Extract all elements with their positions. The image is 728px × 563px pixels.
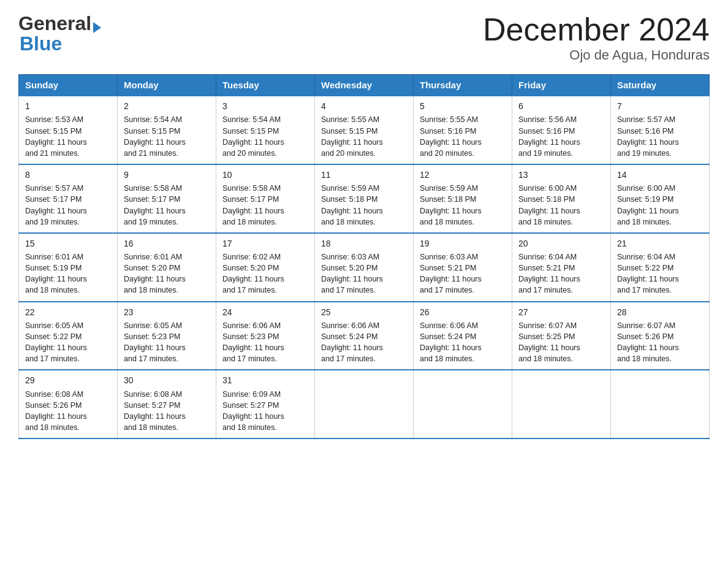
sunrise: Sunrise: 6:07 AM — [518, 321, 577, 330]
sunrise: Sunrise: 6:06 AM — [222, 321, 281, 330]
calendar-week-row: 22Sunrise: 6:05 AMSunset: 5:22 PMDayligh… — [19, 302, 710, 370]
sunset: Sunset: 5:19 PM — [617, 195, 673, 204]
calendar-cell: 4Sunrise: 5:55 AMSunset: 5:15 PMDaylight… — [315, 96, 414, 164]
calendar-cell: 11Sunrise: 5:59 AMSunset: 5:18 PMDayligh… — [315, 164, 414, 233]
calendar-cell: 10Sunrise: 5:58 AMSunset: 5:17 PMDayligh… — [216, 164, 315, 233]
daylight: Daylight: 11 hoursand 17 minutes. — [420, 275, 482, 294]
calendar-cell: 8Sunrise: 5:57 AMSunset: 5:17 PMDaylight… — [19, 164, 118, 233]
calendar-cell: 29Sunrise: 6:08 AMSunset: 5:26 PMDayligh… — [19, 370, 118, 439]
sunset: Sunset: 5:17 PM — [25, 195, 82, 204]
sunrise: Sunrise: 5:57 AM — [25, 184, 83, 193]
calendar-cell: 31Sunrise: 6:09 AMSunset: 5:27 PMDayligh… — [216, 370, 315, 439]
calendar-cell — [512, 370, 611, 439]
calendar-cell — [414, 370, 512, 439]
daylight: Daylight: 11 hoursand 17 minutes. — [222, 275, 284, 294]
sunset: Sunset: 5:20 PM — [321, 264, 377, 272]
day-number: 4 — [321, 100, 407, 112]
day-number: 12 — [420, 169, 506, 181]
day-number: 13 — [518, 169, 604, 181]
day-number: 11 — [321, 169, 407, 181]
sunset: Sunset: 5:16 PM — [617, 127, 673, 136]
sunrise: Sunrise: 5:54 AM — [124, 115, 182, 124]
day-number: 31 — [222, 374, 308, 386]
header-saturday: Saturday — [611, 75, 710, 96]
header-wednesday: Wednesday — [315, 75, 414, 96]
sunset: Sunset: 5:21 PM — [518, 264, 575, 272]
calendar-cell: 2Sunrise: 5:54 AMSunset: 5:15 PMDaylight… — [118, 96, 216, 164]
sunrise: Sunrise: 5:54 AM — [222, 115, 281, 124]
day-number: 3 — [222, 100, 308, 112]
logo-blue: Blue — [20, 33, 62, 55]
sunrise: Sunrise: 6:08 AM — [124, 390, 182, 399]
calendar-cell: 22Sunrise: 6:05 AMSunset: 5:22 PMDayligh… — [19, 302, 118, 370]
header-friday: Friday — [512, 75, 611, 96]
day-number: 27 — [518, 306, 604, 318]
daylight: Daylight: 11 hoursand 19 minutes. — [124, 207, 186, 226]
calendar-cell: 28Sunrise: 6:07 AMSunset: 5:26 PMDayligh… — [611, 302, 710, 370]
daylight: Daylight: 11 hoursand 17 minutes. — [518, 275, 580, 294]
day-number: 24 — [222, 306, 308, 318]
daylight: Daylight: 11 hoursand 19 minutes. — [617, 138, 679, 158]
logo-triangle-icon — [93, 22, 101, 33]
sunrise: Sunrise: 5:58 AM — [222, 184, 281, 193]
daylight: Daylight: 11 hoursand 18 minutes. — [321, 207, 383, 226]
calendar-table: SundayMondayTuesdayWednesdayThursdayFrid… — [18, 74, 710, 439]
sunset: Sunset: 5:22 PM — [25, 332, 82, 341]
daylight: Daylight: 11 hoursand 20 minutes. — [222, 138, 284, 158]
sunset: Sunset: 5:17 PM — [124, 195, 180, 204]
logo-general: General — [18, 12, 91, 34]
day-number: 22 — [25, 306, 111, 318]
daylight: Daylight: 11 hoursand 17 minutes. — [25, 343, 87, 363]
sunset: Sunset: 5:18 PM — [420, 195, 476, 204]
calendar-cell: 21Sunrise: 6:04 AMSunset: 5:22 PMDayligh… — [611, 233, 710, 302]
sunset: Sunset: 5:19 PM — [25, 264, 82, 272]
day-number: 6 — [518, 100, 604, 112]
calendar-cell: 27Sunrise: 6:07 AMSunset: 5:25 PMDayligh… — [512, 302, 611, 370]
sunset: Sunset: 5:15 PM — [25, 127, 82, 136]
sunset: Sunset: 5:26 PM — [617, 332, 673, 341]
calendar-cell: 20Sunrise: 6:04 AMSunset: 5:21 PMDayligh… — [512, 233, 611, 302]
day-number: 17 — [222, 237, 308, 250]
header-monday: Monday — [118, 75, 216, 96]
calendar-week-row: 29Sunrise: 6:08 AMSunset: 5:26 PMDayligh… — [19, 370, 710, 439]
calendar-cell: 6Sunrise: 5:56 AMSunset: 5:16 PMDaylight… — [512, 96, 611, 164]
calendar-cell: 17Sunrise: 6:02 AMSunset: 5:20 PMDayligh… — [216, 233, 315, 302]
page-subtitle: Ojo de Agua, Honduras — [483, 47, 710, 63]
header-thursday: Thursday — [414, 75, 512, 96]
day-number: 15 — [25, 237, 111, 250]
day-number: 18 — [321, 237, 407, 250]
sunset: Sunset: 5:18 PM — [321, 195, 377, 204]
calendar-week-row: 15Sunrise: 6:01 AMSunset: 5:19 PMDayligh… — [19, 233, 710, 302]
sunset: Sunset: 5:15 PM — [222, 127, 279, 136]
header-sunday: Sunday — [19, 75, 118, 96]
sunrise: Sunrise: 5:55 AM — [420, 115, 478, 124]
daylight: Daylight: 11 hoursand 18 minutes. — [124, 412, 186, 432]
day-number: 9 — [124, 169, 210, 181]
calendar-cell: 14Sunrise: 6:00 AMSunset: 5:19 PMDayligh… — [611, 164, 710, 233]
day-number: 7 — [617, 100, 703, 112]
sunrise: Sunrise: 6:05 AM — [25, 321, 83, 330]
calendar-cell: 25Sunrise: 6:06 AMSunset: 5:24 PMDayligh… — [315, 302, 414, 370]
daylight: Daylight: 11 hoursand 18 minutes. — [617, 343, 679, 363]
sunset: Sunset: 5:16 PM — [420, 127, 476, 136]
sunrise: Sunrise: 6:06 AM — [420, 321, 478, 330]
calendar-cell: 24Sunrise: 6:06 AMSunset: 5:23 PMDayligh… — [216, 302, 315, 370]
sunset: Sunset: 5:24 PM — [321, 332, 377, 341]
logo: General Blue — [18, 12, 101, 55]
sunrise: Sunrise: 6:07 AM — [617, 321, 675, 330]
sunrise: Sunrise: 5:55 AM — [321, 115, 379, 124]
page-title: December 2024 — [483, 12, 710, 47]
sunrise: Sunrise: 6:03 AM — [321, 253, 379, 261]
daylight: Daylight: 11 hoursand 18 minutes. — [25, 412, 87, 432]
daylight: Daylight: 11 hoursand 18 minutes. — [518, 343, 580, 363]
daylight: Daylight: 11 hoursand 17 minutes. — [222, 343, 284, 363]
day-number: 20 — [518, 237, 604, 250]
daylight: Daylight: 11 hoursand 17 minutes. — [321, 343, 383, 363]
sunset: Sunset: 5:16 PM — [518, 127, 575, 136]
sunset: Sunset: 5:15 PM — [124, 127, 180, 136]
sunrise: Sunrise: 6:06 AM — [321, 321, 379, 330]
sunrise: Sunrise: 6:02 AM — [222, 253, 281, 261]
title-block: December 2024 Ojo de Agua, Honduras — [483, 12, 710, 63]
sunset: Sunset: 5:22 PM — [617, 264, 673, 272]
calendar-cell: 1Sunrise: 5:53 AMSunset: 5:15 PMDaylight… — [19, 96, 118, 164]
